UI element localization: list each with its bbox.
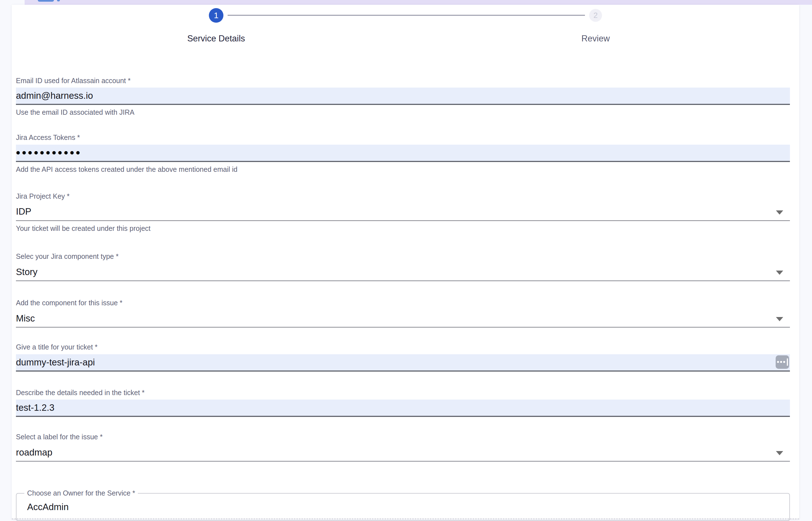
chevron-down-icon bbox=[776, 271, 783, 275]
ticket-description-field-group: Describe the details needed in the ticke… bbox=[16, 388, 790, 417]
ticket-description-value: test-1.2.3 bbox=[16, 402, 54, 413]
workflow-form-card: 1 2 Service Details Review Email ID used… bbox=[12, 5, 799, 519]
ticket-description-label: Describe the details needed in the ticke… bbox=[16, 388, 790, 397]
owner-value: AccAdmin bbox=[27, 502, 69, 512]
email-input-value: admin@harness.io bbox=[16, 90, 93, 101]
issue-component-field-group: Add the component for this issue * Misc bbox=[16, 298, 790, 327]
ellipsis-cursor-icon[interactable] bbox=[775, 355, 789, 369]
step-1-number: 1 bbox=[214, 10, 219, 20]
issue-label-select[interactable]: roadmap bbox=[16, 444, 790, 462]
owner-field-group: Choose an Owner for the Service * AccAdm… bbox=[16, 493, 790, 521]
owner-field-label: Choose an Owner for the Service * bbox=[24, 489, 138, 497]
ticket-title-input[interactable]: dummy-test-jira-api bbox=[16, 354, 790, 371]
chevron-down-icon bbox=[776, 210, 783, 214]
step-2-indicator[interactable]: 2 bbox=[589, 9, 602, 22]
project-key-label: Jira Project Key * bbox=[16, 192, 790, 201]
issue-component-label: Add the component for this issue * bbox=[16, 298, 790, 307]
issue-component-value: Misc bbox=[16, 313, 35, 324]
project-key-value: IDP bbox=[16, 206, 31, 217]
email-field-helper: Use the email ID associated with JIRA bbox=[16, 108, 790, 116]
issue-component-select[interactable]: Misc bbox=[16, 310, 790, 327]
access-tokens-masked-value: ••••••••••• bbox=[16, 144, 82, 161]
ticket-title-field-group: Give a title for your ticket * dummy-tes… bbox=[16, 343, 790, 371]
owner-input[interactable]: Choose an Owner for the Service * AccAdm… bbox=[16, 493, 790, 521]
access-tokens-input[interactable]: ••••••••••• bbox=[16, 145, 790, 162]
ticket-title-value: dummy-test-jira-api bbox=[16, 357, 95, 368]
issue-label-value: roadmap bbox=[16, 447, 52, 458]
email-field-group: Email ID used for Atlassain account * ad… bbox=[16, 76, 790, 116]
clipped-logo-icon bbox=[57, 0, 60, 1]
step-1-label: Service Details bbox=[158, 33, 275, 44]
step-1-indicator[interactable]: 1 bbox=[209, 8, 223, 23]
issue-label-field-group: Select a label for the issue * roadmap bbox=[16, 433, 790, 462]
service-details-form: Email ID used for Atlassain account * ad… bbox=[16, 76, 790, 521]
step-2-label: Review bbox=[537, 33, 654, 44]
access-tokens-field-group: Jira Access Tokens * ••••••••••• Add the… bbox=[16, 133, 790, 173]
component-type-value: Story bbox=[16, 267, 38, 277]
chevron-down-icon bbox=[776, 317, 783, 321]
step-2-number: 2 bbox=[593, 11, 598, 20]
project-key-helper: Your ticket will be created under this p… bbox=[16, 224, 790, 232]
access-tokens-helper: Add the API access tokens created under … bbox=[16, 165, 790, 174]
access-tokens-label: Jira Access Tokens * bbox=[16, 133, 790, 142]
project-key-select[interactable]: IDP bbox=[16, 203, 790, 221]
email-input[interactable]: admin@harness.io bbox=[16, 88, 790, 105]
ticket-title-label: Give a title for your ticket * bbox=[16, 343, 790, 352]
chevron-down-icon bbox=[776, 451, 783, 455]
stepper-connector-line bbox=[228, 15, 585, 16]
component-type-select[interactable]: Story bbox=[16, 263, 790, 281]
ticket-description-input[interactable]: test-1.2.3 bbox=[16, 400, 790, 417]
top-header-strip bbox=[25, 0, 812, 5]
component-type-label: Selec your Jira component type * bbox=[16, 252, 790, 261]
clipped-logo-icon bbox=[38, 0, 54, 2]
project-key-field-group: Jira Project Key * IDP Your ticket will … bbox=[16, 192, 790, 232]
email-field-label: Email ID used for Atlassain account * bbox=[16, 76, 790, 85]
component-type-field-group: Selec your Jira component type * Story bbox=[16, 252, 790, 281]
issue-label-label: Select a label for the issue * bbox=[16, 433, 790, 441]
